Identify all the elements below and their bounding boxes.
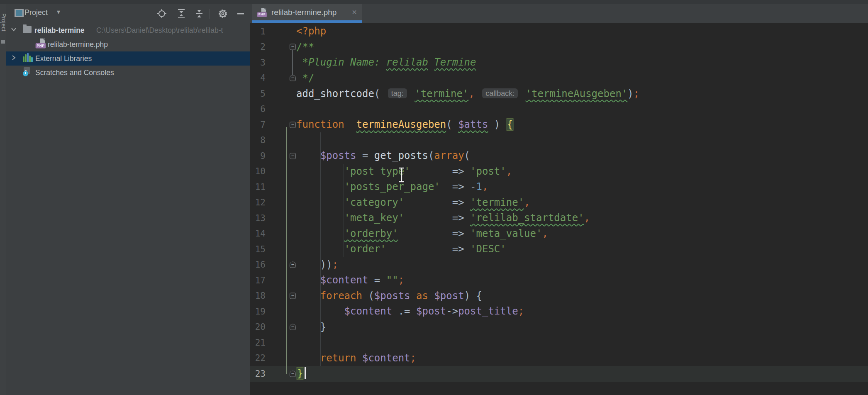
hide-panel-button[interactable] <box>235 8 246 20</box>
close-icon[interactable]: × <box>352 7 357 17</box>
line-number[interactable]: 14 <box>250 229 266 239</box>
line-number[interactable]: 5 <box>250 89 266 99</box>
line-number[interactable]: 15 <box>250 244 266 254</box>
editor-line-4[interactable]: 4− */ <box>250 71 868 86</box>
editor-line-7[interactable]: 7−function termineAusgeben( $atts ) { <box>250 117 868 133</box>
fold-collapse-icon[interactable]: − <box>290 44 296 50</box>
code-line-content[interactable]: } <box>296 366 868 382</box>
code-line-content[interactable]: $content .= $post->post_title; <box>296 304 868 319</box>
expand-all-button[interactable] <box>176 8 187 20</box>
editor-line-19[interactable]: 19 $content .= $post->post_title; <box>250 304 868 319</box>
fold-collapse-icon[interactable]: − <box>290 153 296 159</box>
code-line-content[interactable]: $content = ""; <box>296 273 868 288</box>
editor-line-6[interactable]: 6 <box>250 102 868 117</box>
line-number[interactable]: 17 <box>250 276 266 285</box>
line-number[interactable]: 1 <box>250 27 266 37</box>
editor-line-18[interactable]: 18− foreach ($posts as $post) { <box>250 288 868 304</box>
fold-gutter: − <box>266 39 296 55</box>
line-number[interactable]: 7 <box>250 120 266 130</box>
fold-end-icon[interactable]: − <box>290 75 296 81</box>
fold-end-icon[interactable]: − <box>290 371 296 377</box>
tree-item-scratches-and-consoles[interactable]: ▸Scratches and Consoles <box>6 66 250 80</box>
collapse-all-button[interactable] <box>193 8 205 20</box>
line-number[interactable]: 20 <box>250 322 266 332</box>
code-line-content[interactable]: 'posts_per_page' => -1, <box>296 179 868 195</box>
line-number[interactable]: 3 <box>250 58 266 68</box>
line-number[interactable]: 4 <box>250 73 266 83</box>
editor-line-16[interactable]: 16− )); <box>250 257 868 273</box>
editor-line-21[interactable]: 21 <box>250 335 868 351</box>
code-token: relilab <box>386 56 428 68</box>
code-line-content[interactable]: return $content; <box>296 351 868 366</box>
line-number[interactable]: 23 <box>250 369 266 379</box>
code-token: => <box>452 166 470 177</box>
chevron-down-icon[interactable]: ▾ <box>57 8 60 16</box>
tree-item-external-libraries[interactable]: External Libraries <box>6 51 250 66</box>
code-line-content[interactable]: } <box>296 319 868 335</box>
code-line-content[interactable]: */ <box>296 71 868 86</box>
editor-line-5[interactable]: 5add_shortcode( tag: 'termine', callback… <box>250 86 868 102</box>
line-number[interactable]: 9 <box>250 151 266 161</box>
editor-line-11[interactable]: 11 'posts_per_page' => -1, <box>250 179 868 195</box>
editor-line-1[interactable]: 1<?php <box>250 24 868 39</box>
code-line-content[interactable]: 'meta_key' => 'relilab_startdate', <box>296 210 868 226</box>
editor-line-23[interactable]: 23−} <box>250 366 868 382</box>
fold-collapse-icon[interactable]: − <box>290 122 296 128</box>
code-line-content[interactable]: 'orderby' => 'meta_value', <box>296 226 868 242</box>
editor-line-8[interactable]: 8 <box>250 133 868 149</box>
code-token: , <box>542 228 548 239</box>
code-editor[interactable]: 1<?php2−/**3 *Plugin Name: relilab Termi… <box>250 23 868 395</box>
line-number[interactable]: 10 <box>250 166 266 176</box>
line-number[interactable]: 2 <box>250 42 266 52</box>
line-number[interactable]: 6 <box>250 104 266 114</box>
editor-line-2[interactable]: 2−/** <box>250 39 868 55</box>
line-number[interactable]: 11 <box>250 182 266 192</box>
code-token: ( <box>374 88 386 100</box>
settings-button[interactable] <box>217 8 229 20</box>
code-line-content[interactable]: *Plugin Name: relilab Termine <box>296 55 868 71</box>
fold-end-icon[interactable]: − <box>290 262 296 268</box>
editor-line-17[interactable]: 17 $content = ""; <box>250 273 868 288</box>
code-line-content[interactable]: $posts = get_posts(array( <box>296 148 868 164</box>
locate-button[interactable] <box>156 8 168 20</box>
editor-line-15[interactable]: 15 'order' => 'DESC' <box>250 241 868 257</box>
editor-line-10[interactable]: 10 'post_type' => 'post', <box>250 164 868 180</box>
code-line-content[interactable]: )); <box>296 257 868 273</box>
line-number[interactable]: 21 <box>250 338 266 348</box>
code-line-content[interactable]: foreach ($posts as $post) { <box>296 288 868 304</box>
editor-line-12[interactable]: 12 'category' => 'termine', <box>250 195 868 211</box>
editor-line-20[interactable]: 20− } <box>250 319 868 335</box>
code-token: => <box>452 197 470 208</box>
code-line-content[interactable]: 'order' => 'DESC' <box>296 241 868 257</box>
chevron-expanded-icon[interactable] <box>10 26 17 33</box>
chevron-collapsed-icon[interactable] <box>10 54 17 61</box>
tab-relilab-termine-php[interactable]: PHP relilab-termine.php × <box>252 4 362 23</box>
line-number[interactable]: 22 <box>250 353 266 363</box>
line-number[interactable]: 18 <box>250 291 266 301</box>
tree-item-relilab-termine-php[interactable]: PHPrelilab-termine.php <box>6 37 250 51</box>
code-line-content[interactable]: add_shortcode( tag: 'termine', callback:… <box>296 86 868 102</box>
code-line-content[interactable]: 'post_type' => 'post', <box>296 164 868 180</box>
code-line-content[interactable]: function termineAusgeben( $atts ) { <box>296 117 868 133</box>
project-stripe-button[interactable]: Project <box>0 8 7 37</box>
line-number[interactable]: 12 <box>250 198 266 207</box>
line-number[interactable]: 19 <box>250 307 266 317</box>
code-token: /** <box>296 41 314 53</box>
editor-line-22[interactable]: 22 return $content; <box>250 351 868 366</box>
editor-line-13[interactable]: 13 'meta_key' => 'relilab_startdate', <box>250 210 868 226</box>
fold-end-icon[interactable]: − <box>290 324 296 330</box>
editor-line-3[interactable]: 3 *Plugin Name: relilab Termine <box>250 55 868 71</box>
line-number[interactable]: 16 <box>250 260 266 270</box>
editor-line-9[interactable]: 9− $posts = get_posts(array( <box>250 148 868 164</box>
code-line-content[interactable]: <?php <box>296 24 868 39</box>
code-line-content[interactable]: /** <box>296 39 868 55</box>
code-line-content[interactable]: 'category' => 'termine', <box>296 195 868 211</box>
code-token <box>296 305 344 317</box>
line-number[interactable]: 8 <box>250 135 266 145</box>
line-number[interactable]: 13 <box>250 213 266 223</box>
code-token: , <box>506 166 512 177</box>
code-token <box>296 197 344 208</box>
tree-item-relilab-termine[interactable]: relilab-termine C:\Users\Daniel\Desktop\… <box>6 23 250 37</box>
editor-line-14[interactable]: 14 'orderby' => 'meta_value', <box>250 226 868 242</box>
fold-collapse-icon[interactable]: − <box>290 293 296 299</box>
